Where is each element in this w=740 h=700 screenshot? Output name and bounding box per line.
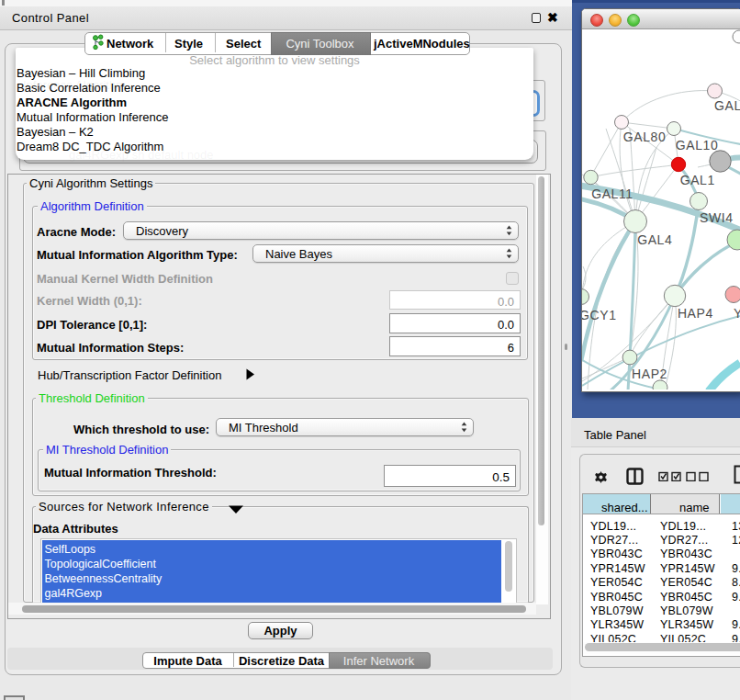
svg-text:GAL11: GAL11: [591, 186, 633, 201]
svg-text:GAL4: GAL4: [637, 232, 672, 247]
svg-text:GAL7: GAL7: [714, 98, 740, 113]
svg-text:GAL1: GAL1: [680, 173, 715, 187]
svg-text:Y: Y: [734, 306, 740, 321]
svg-text:GAL10: GAL10: [676, 138, 719, 152]
svg-text:HAP4: HAP4: [678, 306, 713, 321]
svg-text:GAL80: GAL80: [623, 130, 667, 144]
svg-text:SWI4: SWI4: [700, 210, 734, 225]
svg-text:GCY1: GCY1: [582, 308, 617, 322]
svg-text:HAP2: HAP2: [632, 367, 667, 381]
